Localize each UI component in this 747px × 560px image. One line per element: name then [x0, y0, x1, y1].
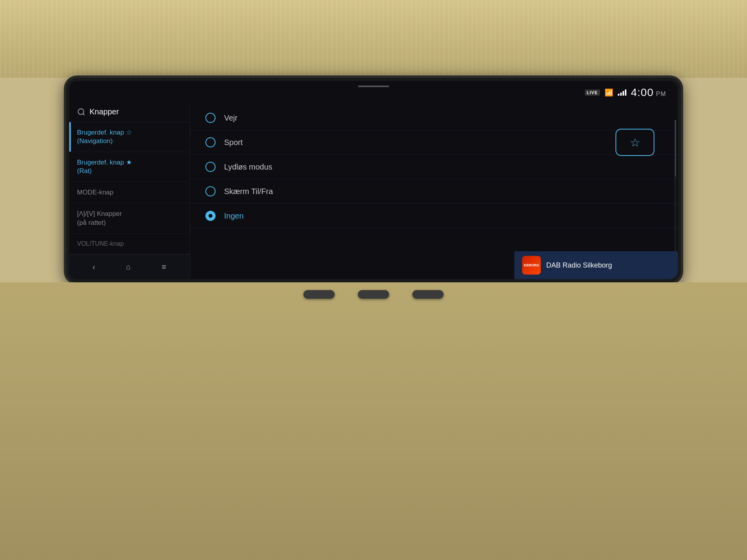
sidebar-item-label: VOL/TUNE-knap	[77, 240, 124, 247]
top-status-bar: LIVE 📶 4:00PM	[69, 81, 678, 102]
option-sport-label: Sport	[224, 138, 243, 147]
screen-bezel: LIVE 📶 4:00PM	[66, 78, 681, 282]
svg-point-0	[78, 108, 84, 114]
radio-circle-ingen	[205, 211, 216, 221]
option-vejr-label: Vejr	[224, 114, 237, 122]
search-label: Knapper	[89, 107, 119, 116]
option-skaerm-label: Skærm Til/Fra	[224, 187, 273, 196]
home-button[interactable]: ⌂	[121, 260, 135, 274]
infotainment-screen: LIVE 📶 4:00PM	[69, 81, 678, 279]
physical-button-left[interactable]	[303, 290, 335, 299]
dab-station-logo: KEBORG	[522, 256, 541, 275]
scrollbar-thumb[interactable]	[675, 120, 676, 177]
sidebar-item-label: MODE-knap	[77, 189, 114, 196]
scrollbar-track[interactable]	[675, 120, 676, 262]
menu-button[interactable]: ≡	[157, 260, 171, 274]
radio-circle-lydlos	[205, 162, 216, 172]
option-sport[interactable]: Sport ☆	[190, 130, 678, 155]
option-lydlos[interactable]: Lydløs modus	[190, 155, 678, 179]
dab-station-name: DAB Radio Silkeborg	[546, 261, 612, 270]
search-bar[interactable]: Knapper	[69, 102, 189, 122]
radio-options-panel: Vejr Sport ☆ Lydløs modus	[190, 102, 678, 279]
option-ingen[interactable]: Ingen	[190, 204, 678, 228]
bluetooth-icon: 📶	[605, 88, 613, 97]
radio-circle-vejr	[205, 113, 216, 123]
sidebar-item-mode-knap[interactable]: MODE-knap	[69, 182, 189, 203]
radio-circle-skaerm	[205, 186, 216, 196]
screen-handle	[358, 86, 389, 87]
radio-circle-sport	[205, 137, 216, 147]
sidebar: Knapper Brugerdef. knap ☆(Navigation) Br…	[69, 102, 190, 279]
option-lydlos-label: Lydløs modus	[224, 163, 272, 172]
option-ingen-label: Ingen	[224, 212, 244, 220]
option-vejr[interactable]: Vejr	[190, 106, 678, 130]
sidebar-item-vol-tune[interactable]: VOL/TUNE-knap	[69, 234, 189, 255]
car-dashboard-bottom	[0, 282, 747, 560]
star-icon: ☆	[630, 136, 640, 149]
sidebar-item-brugerdef-rat[interactable]: Brugerdef. knap ★(Rat)	[69, 152, 189, 182]
sidebar-item-brugerdef-nav[interactable]: Brugerdef. knap ☆(Navigation)	[69, 122, 189, 152]
svg-line-1	[83, 114, 84, 115]
signal-strength-icon	[618, 89, 626, 96]
sidebar-items-list: Brugerdef. knap ☆(Navigation) Brugerdef.…	[69, 122, 189, 254]
car-dashboard-top	[0, 0, 747, 78]
physical-buttons-row	[0, 282, 747, 299]
physical-button-right[interactable]	[412, 290, 444, 299]
status-indicators: LIVE 📶 4:00PM	[585, 86, 666, 99]
live-badge: LIVE	[585, 89, 600, 96]
main-content-area: Knapper Brugerdef. knap ☆(Navigation) Br…	[69, 102, 678, 279]
sidebar-item-knapper-rattet[interactable]: [Λ]/[V] Knapper(på rattet)	[69, 203, 189, 233]
search-icon	[77, 108, 86, 116]
sidebar-item-label: Brugerdef. knap ☆(Navigation)	[77, 129, 132, 145]
sidebar-item-label: Brugerdef. knap ★(Rat)	[77, 159, 132, 175]
physical-button-center[interactable]	[358, 290, 389, 299]
back-button[interactable]: ‹	[88, 260, 100, 274]
dab-radio-bar[interactable]: KEBORG DAB Radio Silkeborg	[514, 251, 678, 279]
star-favorite-button[interactable]: ☆	[615, 129, 654, 156]
nav-bar: ‹ ⌂ ≡	[69, 254, 189, 279]
option-skaerm[interactable]: Skærm Til/Fra	[190, 179, 678, 204]
sidebar-item-label: [Λ]/[V] Knapper(på rattet)	[77, 210, 122, 226]
clock-display: 4:00PM	[631, 86, 666, 99]
